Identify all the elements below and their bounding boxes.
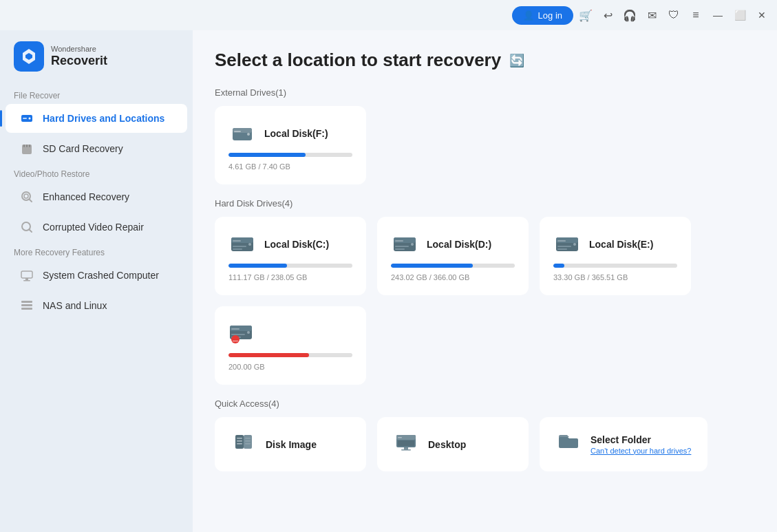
product-name: Recoverit: [51, 54, 107, 69]
svg-rect-54: [245, 440, 251, 442]
close-button[interactable]: ✕: [752, 6, 771, 25]
svg-rect-59: [398, 440, 414, 446]
system-crashed-icon: [19, 268, 34, 283]
sd-card-label: SD Card Recovery: [43, 143, 123, 154]
select-folder-icon: [556, 431, 581, 458]
desktop-label: Desktop: [428, 439, 466, 450]
svg-point-20: [247, 133, 250, 136]
svg-point-30: [411, 243, 414, 246]
svg-rect-38: [557, 246, 571, 247]
sidebar-item-enhanced-recovery[interactable]: Enhanced Recovery: [6, 182, 187, 211]
svg-rect-52: [237, 443, 242, 445]
headset-icon[interactable]: 🎧: [620, 6, 639, 25]
section-label-file-recover: File Recover: [0, 85, 193, 103]
brand-name: Wondershare: [51, 45, 107, 54]
drive-e-name: Local Disk(E:): [589, 239, 653, 250]
svg-point-9: [24, 194, 28, 198]
drive-d-progress-fill: [391, 264, 473, 268]
hard-drives-label: Hard Drives and Locations: [43, 113, 164, 124]
svg-rect-60: [404, 447, 408, 449]
drive-d-header: Local Disk(D:): [391, 231, 515, 258]
drive-c-header: Local Disk(C:): [228, 231, 352, 258]
drive-d-size: 243.02 GB / 366.00 GB: [391, 273, 515, 281]
svg-rect-39: [557, 248, 567, 250]
detect-hard-drives-link[interactable]: Can't detect your hard drives?: [590, 447, 691, 455]
svg-point-36: [573, 243, 576, 246]
svg-rect-44: [231, 334, 245, 335]
svg-rect-50: [237, 438, 242, 439]
drive-d-name: Local Disk(D:): [427, 239, 491, 250]
logo-area: Wondershare Recoverit: [0, 30, 193, 85]
svg-point-24: [248, 243, 251, 246]
external-drives-grid: Local Disk(F:) 4.61 GB / 7.40 GB: [215, 106, 755, 184]
drive-card-header: Local Disk(F:): [228, 120, 352, 147]
mail-icon[interactable]: ✉: [642, 6, 661, 25]
back-icon[interactable]: ↩: [598, 6, 617, 25]
external-drive-icon: [228, 120, 256, 147]
svg-rect-17: [21, 308, 32, 310]
cart-icon[interactable]: 🛒: [576, 6, 595, 25]
svg-rect-16: [21, 304, 32, 306]
nas-linux-icon: [19, 298, 34, 313]
drive-f-progress-fill: [228, 153, 306, 157]
logo-icon: [14, 41, 44, 72]
svg-rect-49: [244, 435, 252, 449]
drive-card-d[interactable]: Local Disk(D:) 243.02 GB / 366.00 GB: [377, 217, 529, 295]
enhanced-recovery-icon: [19, 189, 34, 204]
drive-card-e[interactable]: Local Disk(E:) 33.30 GB / 365.51 GB: [540, 217, 691, 295]
drive-card-c[interactable]: Local Disk(C:) 111.17 GB / 238.05 GB: [215, 217, 366, 295]
svg-rect-14: [23, 280, 30, 281]
maximize-button[interactable]: ⬜: [730, 6, 749, 25]
svg-rect-2: [23, 118, 27, 119]
nas-linux-label: NAS and Linux: [43, 300, 107, 311]
external-drives-label: External Drives(1): [215, 87, 755, 98]
select-folder-content: Select Folder Can't detect your hard dri…: [590, 434, 691, 455]
svg-rect-33: [395, 248, 405, 250]
drive-c-icon: [228, 231, 256, 258]
page-header: Select a location to start recovery 🔄: [215, 50, 755, 71]
sidebar-item-hard-drives[interactable]: Hard Drives and Locations: [6, 104, 187, 133]
user-icon: 👤: [523, 10, 534, 21]
drive-error-header: —: [228, 320, 352, 348]
sidebar-item-sd-card[interactable]: SD Card Recovery: [6, 134, 187, 163]
drive-f-name: Local Disk(F:): [264, 128, 328, 139]
svg-rect-37: [557, 240, 566, 242]
sidebar-item-corrupted-video[interactable]: Corrupted Video Repair: [6, 213, 187, 242]
sidebar-item-nas-linux[interactable]: NAS and Linux: [6, 291, 187, 320]
drive-e-progress-fill: [553, 264, 564, 268]
drive-card-error[interactable]: — 200.00 GB: [215, 306, 366, 385]
quick-access-grid: Disk Image Desktop: [215, 417, 755, 471]
svg-rect-31: [395, 240, 403, 242]
drive-f-progress-bg: [228, 153, 352, 157]
quick-card-select-folder[interactable]: Select Folder Can't detect your hard dri…: [540, 417, 707, 471]
svg-rect-26: [233, 246, 246, 247]
svg-rect-43: [231, 328, 240, 330]
svg-rect-21: [234, 131, 241, 132]
drive-e-header: Local Disk(E:): [553, 231, 677, 258]
svg-rect-13: [25, 278, 28, 280]
drive-c-progress-bg: [228, 264, 352, 268]
quick-card-desktop[interactable]: Desktop: [377, 417, 529, 471]
login-label: Log in: [538, 10, 562, 21]
sidebar: Wondershare Recoverit File Recover Hard …: [0, 30, 193, 532]
quick-access-label: Quick Access(4): [215, 398, 755, 409]
menu-icon[interactable]: ≡: [686, 6, 705, 25]
svg-rect-58: [398, 437, 402, 438]
quick-card-disk-image[interactable]: Disk Image: [215, 417, 366, 471]
enhanced-recovery-label: Enhanced Recovery: [43, 191, 129, 202]
login-button[interactable]: 👤 Log in: [512, 6, 573, 25]
svg-rect-25: [233, 240, 241, 242]
svg-rect-15: [21, 301, 32, 303]
svg-rect-48: [235, 435, 244, 449]
shield-icon[interactable]: 🛡: [664, 6, 683, 25]
svg-rect-12: [21, 271, 32, 278]
drive-card-f[interactable]: Local Disk(F:) 4.61 GB / 7.40 GB: [215, 106, 366, 184]
logo-text: Wondershare Recoverit: [51, 45, 107, 69]
minimize-button[interactable]: —: [708, 6, 727, 25]
app-body: Wondershare Recoverit File Recover Hard …: [0, 30, 777, 532]
svg-text:—: —: [233, 337, 238, 343]
drive-c-progress-fill: [228, 264, 287, 268]
refresh-icon[interactable]: 🔄: [509, 53, 524, 68]
sidebar-item-system-crashed[interactable]: System Crashed Computer: [6, 261, 187, 290]
svg-rect-53: [245, 438, 251, 439]
